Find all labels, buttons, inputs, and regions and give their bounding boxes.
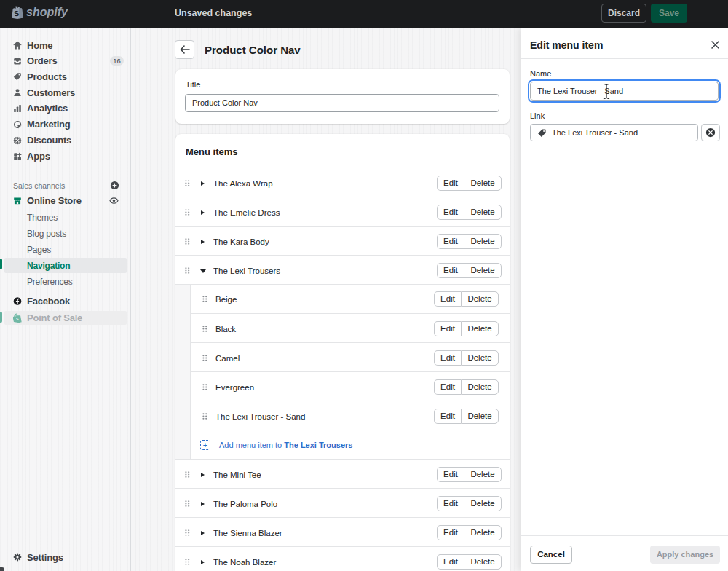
svg-text:S: S: [16, 316, 19, 320]
svg-text:S: S: [14, 9, 20, 17]
